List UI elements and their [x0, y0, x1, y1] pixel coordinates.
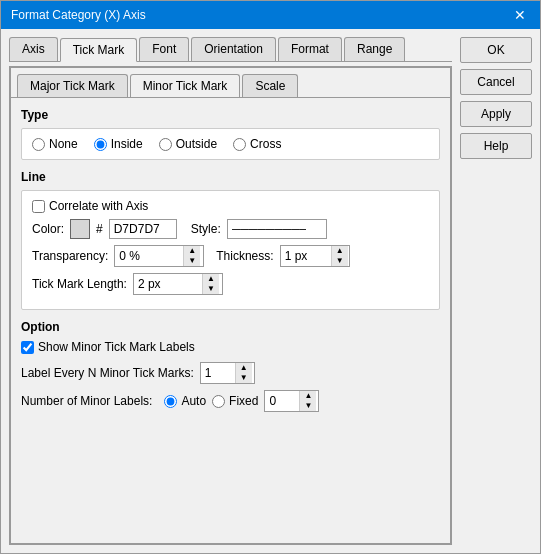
- type-section: Type None Inside: [21, 108, 440, 160]
- color-swatch[interactable]: [70, 219, 90, 239]
- type-inside-radio[interactable]: [94, 138, 107, 151]
- dialog-body: Axis Tick Mark Font Orientation Format R…: [1, 29, 540, 553]
- correlate-row: Correlate with Axis: [32, 199, 429, 213]
- tick-length-spinbox-btns: ▲ ▼: [202, 274, 219, 294]
- show-labels-checkbox-label[interactable]: Show Minor Tick Mark Labels: [21, 340, 195, 354]
- tab-range[interactable]: Range: [344, 37, 405, 61]
- type-outside-radio[interactable]: [159, 138, 172, 151]
- every-n-spinbox: ▲ ▼: [200, 362, 255, 384]
- color-style-row: Color: # Style: ────────── - - - - - -: [32, 219, 429, 239]
- every-n-row: Label Every N Minor Tick Marks: ▲ ▼: [21, 362, 440, 384]
- thickness-input[interactable]: [281, 247, 331, 265]
- tick-length-label: Tick Mark Length:: [32, 277, 127, 291]
- format-category-dialog: Format Category (X) Axis ✕ Axis Tick Mar…: [0, 0, 541, 554]
- fixed-value-up-btn[interactable]: ▲: [300, 391, 316, 401]
- color-input[interactable]: [109, 219, 177, 239]
- every-n-input[interactable]: [201, 364, 235, 382]
- fixed-radio-label[interactable]: Fixed: [212, 394, 258, 408]
- thickness-up-btn[interactable]: ▲: [332, 246, 348, 256]
- type-cross-radio[interactable]: [233, 138, 246, 151]
- sub-tab-scale[interactable]: Scale: [242, 74, 298, 97]
- type-none[interactable]: None: [32, 137, 78, 151]
- sub-tabs: Major Tick Mark Minor Tick Mark Scale: [10, 67, 451, 97]
- every-n-label: Label Every N Minor Tick Marks:: [21, 366, 194, 380]
- thickness-down-btn[interactable]: ▼: [332, 256, 348, 266]
- every-n-up-btn[interactable]: ▲: [236, 363, 252, 373]
- num-labels-row: Number of Minor Labels: Auto Fixed: [21, 390, 440, 412]
- transparency-thickness-row: Transparency: ▲ ▼ Thickness:: [32, 245, 429, 267]
- hash-sign: #: [96, 222, 103, 236]
- apply-button[interactable]: Apply: [460, 101, 532, 127]
- transparency-down-btn[interactable]: ▼: [184, 256, 200, 266]
- type-none-radio[interactable]: [32, 138, 45, 151]
- line-section-box: Correlate with Axis Color: # Style:: [21, 190, 440, 310]
- auto-radio[interactable]: [164, 395, 177, 408]
- transparency-spinbox: ▲ ▼: [114, 245, 204, 267]
- cancel-button[interactable]: Cancel: [460, 69, 532, 95]
- type-outside[interactable]: Outside: [159, 137, 217, 151]
- sub-tab-minor[interactable]: Minor Tick Mark: [130, 74, 241, 97]
- fixed-value-down-btn[interactable]: ▼: [300, 401, 316, 411]
- content-panel: Type None Inside: [10, 97, 451, 544]
- transparency-label: Transparency:: [32, 249, 108, 263]
- close-button[interactable]: ✕: [510, 7, 530, 23]
- tick-length-down-btn[interactable]: ▼: [203, 284, 219, 294]
- tab-font[interactable]: Font: [139, 37, 189, 61]
- type-section-title: Type: [21, 108, 440, 122]
- tab-format[interactable]: Format: [278, 37, 342, 61]
- thickness-label: Thickness:: [216, 249, 273, 263]
- type-radio-group: None Inside Outside: [32, 137, 429, 151]
- option-section: Option Show Minor Tick Mark Labels Label…: [21, 320, 440, 412]
- title-bar: Format Category (X) Axis ✕: [1, 1, 540, 29]
- fixed-radio[interactable]: [212, 395, 225, 408]
- sub-tab-panel: Major Tick Mark Minor Tick Mark Scale Ty…: [9, 66, 452, 545]
- fixed-value-input[interactable]: [265, 392, 299, 410]
- every-n-spinbox-btns: ▲ ▼: [235, 363, 252, 383]
- style-label: Style:: [191, 222, 221, 236]
- type-inside[interactable]: Inside: [94, 137, 143, 151]
- tab-orientation[interactable]: Orientation: [191, 37, 276, 61]
- help-button[interactable]: Help: [460, 133, 532, 159]
- tab-axis[interactable]: Axis: [9, 37, 58, 61]
- transparency-spinbox-btns: ▲ ▼: [183, 246, 200, 266]
- transparency-input[interactable]: [115, 247, 183, 265]
- auto-radio-label[interactable]: Auto: [164, 394, 206, 408]
- type-cross[interactable]: Cross: [233, 137, 281, 151]
- transparency-up-btn[interactable]: ▲: [184, 246, 200, 256]
- tick-length-row: Tick Mark Length: ▲ ▼: [32, 273, 429, 295]
- tick-length-input[interactable]: [134, 275, 202, 293]
- show-labels-row: Show Minor Tick Mark Labels: [21, 340, 440, 354]
- style-select-wrapper: ────────── - - - - - - . . . . . .: [227, 219, 327, 239]
- type-options-box: None Inside Outside: [21, 128, 440, 160]
- show-labels-checkbox[interactable]: [21, 341, 34, 354]
- main-tabs: Axis Tick Mark Font Orientation Format R…: [9, 37, 452, 62]
- line-section: Line Correlate with Axis: [21, 170, 440, 310]
- color-label: Color:: [32, 222, 64, 236]
- fixed-value-spinbox: ▲ ▼: [264, 390, 319, 412]
- tick-length-up-btn[interactable]: ▲: [203, 274, 219, 284]
- main-content: Axis Tick Mark Font Orientation Format R…: [9, 37, 452, 545]
- tab-tick-mark[interactable]: Tick Mark: [60, 38, 138, 62]
- dialog-title: Format Category (X) Axis: [11, 8, 146, 22]
- sub-tab-major[interactable]: Major Tick Mark: [17, 74, 128, 97]
- option-section-title: Option: [21, 320, 440, 334]
- correlate-checkbox[interactable]: [32, 200, 45, 213]
- fixed-value-spinbox-btns: ▲ ▼: [299, 391, 316, 411]
- line-section-title: Line: [21, 170, 440, 184]
- style-select[interactable]: ────────── - - - - - - . . . . . .: [227, 219, 327, 239]
- thickness-spinbox-btns: ▲ ▼: [331, 246, 348, 266]
- num-labels-label: Number of Minor Labels:: [21, 394, 152, 408]
- ok-button[interactable]: OK: [460, 37, 532, 63]
- thickness-spinbox: ▲ ▼: [280, 245, 350, 267]
- correlate-checkbox-label[interactable]: Correlate with Axis: [32, 199, 148, 213]
- tick-length-spinbox: ▲ ▼: [133, 273, 223, 295]
- every-n-down-btn[interactable]: ▼: [236, 373, 252, 383]
- buttons-panel: OK Cancel Apply Help: [460, 37, 532, 545]
